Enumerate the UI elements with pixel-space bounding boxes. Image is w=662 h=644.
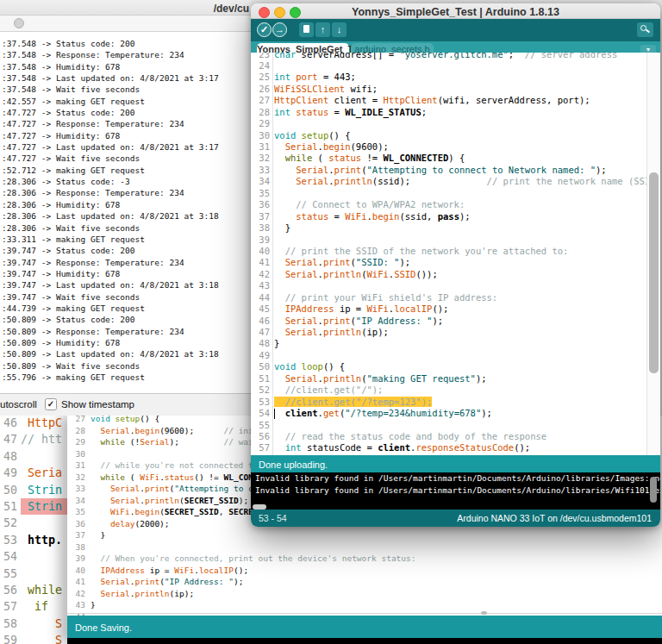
log-line: :28.306 -> Humidity: 678 <box>2 199 249 210</box>
code-line[interactable]: HttpClient client = HttpClient(wifi, ser… <box>274 95 646 106</box>
code-line[interactable] <box>21 548 68 565</box>
code-line[interactable]: status = WiFi.begin(ssid, pass); <box>274 211 646 222</box>
status-bar: Done Saving. <box>67 616 662 638</box>
code-line[interactable]: void loop() { <box>274 361 646 372</box>
save-button[interactable]: ↓ <box>332 22 347 37</box>
code-line[interactable] <box>91 541 662 553</box>
code-line[interactable]: // Connect to WPA/WPA2 network: <box>274 199 646 210</box>
gutter-divider <box>272 53 273 455</box>
code-line[interactable]: Strin <box>21 482 68 498</box>
console-line: Invalid library found in /Users/martinma… <box>251 472 660 485</box>
code-line[interactable]: Serial.print("Attempting to connect to N… <box>274 165 646 176</box>
code-line[interactable]: // read the status code and body of the … <box>274 431 646 442</box>
open-button[interactable]: ↑ <box>315 22 330 37</box>
code-line[interactable] <box>274 234 646 246</box>
scrollbar-thumb[interactable] <box>649 172 659 373</box>
code-line[interactable] <box>21 448 68 465</box>
code-line[interactable] <box>21 515 68 531</box>
code-line[interactable] <box>274 118 646 129</box>
code-line[interactable] <box>274 420 646 431</box>
code-area[interactable]: HttpC// htt Seria Strin Strin http. whil… <box>21 415 68 644</box>
code-line[interactable]: Serial.print("IP Address: "); <box>91 576 662 588</box>
serial-monitor-controls: utoscroll ✓ Show timestamp <box>0 393 251 416</box>
code-line[interactable]: S <box>21 616 68 632</box>
code-line[interactable] <box>274 280 646 291</box>
line-number: 53 <box>0 532 17 548</box>
line-number: 47 <box>251 327 270 338</box>
background-editor-left-code[interactable]: 4647484950515253545556575859 HttpC// htt… <box>0 415 68 644</box>
ide-titlebar[interactable]: Yonnys_SimpleGet_Test | Arduino 1.8.13 <box>251 3 660 19</box>
code-line[interactable] <box>274 350 646 361</box>
code-line[interactable]: while <box>21 582 68 598</box>
line-number: 38 <box>251 222 270 234</box>
build-console[interactable]: Invalid library found in /Users/martinma… <box>251 472 660 510</box>
code-line[interactable]: Serial.print("IP Address: "); <box>274 316 646 327</box>
code-line[interactable]: } <box>274 338 646 349</box>
code-line[interactable]: client.get("/?temp=234&humidity=678"); <box>274 408 646 419</box>
line-number: 42 <box>67 588 85 600</box>
splitter-divider[interactable] <box>67 613 662 614</box>
line-number: 29 <box>67 436 85 448</box>
code-area[interactable]: char serverAddress[] = "yoserver.glitch.… <box>274 53 646 454</box>
code-line[interactable]: // When you're connected, print out the … <box>91 553 662 565</box>
code-line[interactable]: WiFiSSLClient wifi; <box>274 84 646 95</box>
ide-editor-area[interactable]: 2324252627282930313233343536373839404142… <box>251 53 660 455</box>
line-number: 43 <box>251 280 270 291</box>
code-line[interactable]: } <box>91 529 662 541</box>
log-line: :42.557 -> making GET request <box>2 96 249 107</box>
line-number: 37 <box>67 529 85 541</box>
verify-button[interactable]: ✓ <box>257 22 272 37</box>
line-number: 46 <box>251 316 270 327</box>
code-line[interactable]: // print your WiFi shield's IP address: <box>274 292 646 303</box>
code-line[interactable]: Serial.println(ip); <box>274 327 646 338</box>
ide-footer-bar: 53 - 54 Arduino NANO 33 IoT on /dev/cu.u… <box>251 510 660 527</box>
code-line[interactable]: Serial.println(ssid); // print the netwo… <box>274 176 646 187</box>
show-timestamp-checkbox[interactable]: ✓ <box>45 398 57 410</box>
code-line[interactable]: Serial.print("SSID: "); <box>274 257 646 268</box>
code-line[interactable]: void setup() { <box>274 130 646 141</box>
code-line[interactable]: if <box>21 598 68 615</box>
serial-monitor-titlebar[interactable]: /dev/cu <box>0 0 251 16</box>
serial-monitor-button[interactable] <box>637 22 653 37</box>
autoscroll-label: utoscroll <box>0 399 37 410</box>
code-line[interactable] <box>274 188 646 199</box>
code-line[interactable] <box>21 566 68 582</box>
code-line[interactable]: } <box>274 222 646 234</box>
code-line[interactable]: char serverAddress[] = "yoserver.glitch.… <box>274 53 646 60</box>
code-line[interactable]: // htt <box>21 431 68 447</box>
code-line[interactable]: // print the SSID of the network you're … <box>274 246 646 257</box>
code-line[interactable]: Serial.println("making GET request"); <box>274 373 646 385</box>
code-line[interactable] <box>274 60 646 72</box>
code-line[interactable]: int status = WL_IDLE_STATUS; <box>274 107 646 118</box>
code-line[interactable]: IPAddress ip = WiFi.localIP(); <box>274 303 646 315</box>
splitter-grip-icon[interactable] <box>481 611 487 615</box>
code-line[interactable]: Serial.println(ip); <box>91 588 662 600</box>
code-line[interactable]: S <box>21 632 68 644</box>
code-line[interactable]: HttpC <box>21 415 68 431</box>
code-line[interactable]: //client.get("/?temp=123"); <box>274 397 646 408</box>
new-sketch-button[interactable] <box>299 22 314 37</box>
serial-output[interactable]: :37.548 -> Status code: 200:37.548 -> Re… <box>2 38 249 392</box>
log-line: :28.306 -> Response: Temperature: 234 <box>2 187 249 198</box>
console-scrollbar-thumb[interactable] <box>650 477 657 503</box>
line-number: 52 <box>0 515 17 531</box>
code-line[interactable]: //client.get("/"); <box>274 385 646 396</box>
code-line[interactable]: Seria <box>21 465 68 481</box>
code-line[interactable]: while ( status != WL_CONNECTED) { <box>274 153 646 164</box>
code-line[interactable]: http. <box>21 532 68 548</box>
line-number: 54 <box>251 408 270 419</box>
editor-scrollbar[interactable] <box>646 53 660 455</box>
upload-button[interactable]: → <box>272 22 287 37</box>
line-number: 51 <box>0 498 17 515</box>
line-number: 35 <box>67 506 85 518</box>
code-line[interactable]: Strin <box>21 498 68 515</box>
window-control-icon[interactable] <box>14 18 24 28</box>
line-number: 38 <box>67 541 85 553</box>
code-line[interactable]: Serial.begin(9600); <box>274 141 646 153</box>
code-line[interactable]: } <box>91 599 662 611</box>
code-line[interactable]: int port = 443; <box>274 72 646 83</box>
code-line[interactable]: IPAddress ip = WiFi.localIP(); <box>91 565 662 577</box>
code-line[interactable]: Serial.println(WiFi.SSID()); <box>274 269 646 280</box>
code-line[interactable]: int statusCode = client.responseStatusCo… <box>274 442 646 453</box>
log-line: :50.809 -> Response: Temperature: 234 <box>2 326 249 337</box>
